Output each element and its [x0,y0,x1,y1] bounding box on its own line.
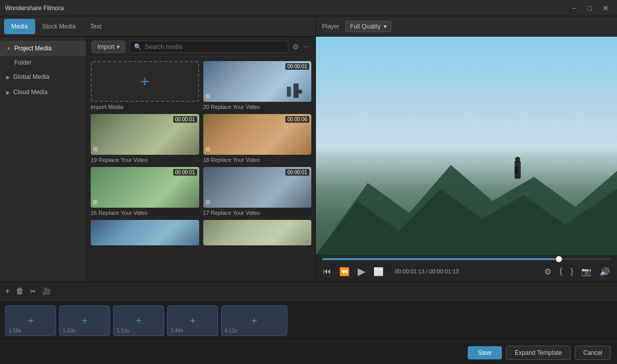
import-chevron-icon: ▾ [117,43,120,50]
quality-label: Full Quality [350,23,381,30]
add-clip-icon-3: + [136,315,142,327]
filter-icon[interactable]: ⚙ [292,43,299,51]
video-icon: ⊞ [205,146,210,153]
timeline-tracks: + 1.56s + 1.60s + 1.52s + 1.44s + 6.12s [0,300,617,341]
controls-row: ⏮ ⏪ ▶ ⬜ 00:00:01:13 / 00:00:01:13 ⚙ { [322,264,611,278]
list-item[interactable]: 00:00:01 ⊞ 16 Replace Your Video [91,167,199,216]
media-label-19: 19 Replace Your Video [91,157,199,163]
save-button[interactable]: Save [468,346,502,359]
list-item[interactable]: 00:00:01 ⊞ 20 Replace Your Video [203,61,312,110]
search-icon: 🔍 [134,43,142,50]
video-thumbnail-19: 00:00:01 ⊞ [91,114,199,155]
list-item[interactable]: 00:00:01 ⊞ 19 Replace Your Video [91,114,199,163]
player-header: Player Full Quality ▾ [316,16,617,37]
import-button[interactable]: Import ▾ [92,41,125,53]
clip-duration-3: 1.52s [117,328,129,333]
list-item[interactable]: 00:00:06 ⊞ 18 Replace Your Video [203,114,312,163]
add-track-button[interactable]: + [4,286,11,297]
snapshot-button[interactable]: 📷 [580,266,593,277]
right-panel: Player Full Quality ▾ [316,16,617,282]
video-thumbnail-15 [91,220,199,245]
video-icon: ⊞ [205,199,210,206]
tab-text[interactable]: Text [83,19,109,34]
video-thumbnail-14 [203,220,312,245]
video-icon: ⊞ [205,93,210,100]
add-icon: + [140,72,150,91]
search-input[interactable] [145,43,284,50]
quality-dropdown[interactable]: Full Quality ▾ [345,21,391,32]
crop-button[interactable]: ✂ [29,286,37,296]
cancel-button[interactable]: Cancel [575,346,611,360]
app-title: Wondershare Filmora [5,5,64,12]
track-clip-1[interactable]: + 1.56s [5,305,56,336]
clip-duration-1: 1.56s [9,328,21,333]
expand-template-button[interactable]: Expand Template [506,346,571,360]
bottom-section: + 🗑 ✂ 🎥 + 1.56s + 1.60s + 1.52s + 1.44s [0,282,617,364]
titlebar: Wondershare Filmora − □ ✕ [0,0,617,16]
clip-duration-5: 6.12s [225,328,237,333]
quality-chevron-icon: ▾ [384,23,387,30]
delete-button[interactable]: 🗑 [15,286,25,297]
total-time: 00:00:01:13 [429,268,459,274]
tab-media[interactable]: Media [4,19,35,34]
clip-duration-2: 1.60s [63,328,75,333]
backpack-detail [515,166,518,174]
duration-badge: 00:00:01 [285,63,309,70]
clip-duration-4: 1.44s [171,328,183,333]
media-label-17: 17 Replace Your Video [203,210,312,216]
mark-in-button[interactable]: { [558,266,563,277]
frame-button[interactable]: ⬜ [372,266,385,277]
list-item[interactable]: 00:00:01 ⊞ 17 Replace Your Video [203,167,312,216]
video-thumbnail-17: 00:00:01 ⊞ [203,167,312,208]
video-icon: ⊞ [93,146,98,153]
step-back-button[interactable]: ⏪ [338,266,351,277]
add-clip-icon-5: + [251,315,257,327]
sidebar-item-global-media[interactable]: ▶ Global Media [0,69,86,85]
top-section: Media Stock Media Text ▼ Project Media F… [0,16,617,282]
maximize-button[interactable]: □ [584,3,595,13]
track-clip-3[interactable]: + 1.52s [113,305,164,336]
arrow-icon: ▼ [6,46,11,51]
tab-stock-media[interactable]: Stock Media [35,19,83,34]
more-options-icon[interactable]: ⋯ [303,43,310,51]
video-thumbnail-20: 00:00:01 ⊞ [203,61,312,102]
tab-bar: Media Stock Media Text [0,16,315,37]
arrow-icon-cloud: ▶ [6,90,10,95]
controls-right: ⚙ { } 📷 🔊 [543,266,611,277]
player-controls: ⏮ ⏪ ▶ ⬜ 00:00:01:13 / 00:00:01:13 ⚙ { [316,255,617,282]
current-time: 00:00:01:13 [395,268,424,274]
mark-out-button[interactable]: } [570,266,574,277]
sidebar-item-folder[interactable]: Folder [0,56,86,69]
list-item[interactable] [91,220,199,245]
sidebar-item-cloud-media[interactable]: ▶ Cloud Media [0,85,86,100]
left-panel: Media Stock Media Text ▼ Project Media F… [0,16,316,282]
duration-badge: 00:00:01 [285,169,309,176]
sidebar-item-project-media[interactable]: ▼ Project Media [0,41,86,56]
media-label-20: 20 Replace Your Video [203,104,312,110]
list-item[interactable]: + Import Media [91,61,199,110]
play-button[interactable]: ▶ [357,264,366,278]
media-content: Import ▾ 🔍 ⚙ ⋯ [87,37,315,282]
sidebar-cloud-media-label: Cloud Media [13,89,47,96]
progress-bar[interactable] [322,258,611,260]
volume-button[interactable]: 🔊 [599,266,611,277]
progress-handle[interactable] [556,256,562,262]
duration-badge: 00:00:01 [173,169,197,176]
settings-button[interactable]: ⚙ [543,266,552,277]
track-clip-5[interactable]: + 6.12s [221,305,287,336]
add-clip-icon-4: + [190,315,196,327]
list-item[interactable] [203,220,312,245]
close-button[interactable]: ✕ [600,3,612,13]
rewind-button[interactable]: ⏮ [322,266,332,277]
controls-left: ⏮ ⏪ ▶ ⬜ 00:00:01:13 / 00:00:01:13 [322,264,463,278]
video-thumbnail-16: 00:00:01 ⊞ [91,167,199,208]
track-clip-4[interactable]: + 1.44s [167,305,218,336]
import-media-thumbnail[interactable]: + [91,61,199,102]
track-clip-2[interactable]: + 1.60s [59,305,110,336]
mountain-svg [316,135,617,255]
minimize-button[interactable]: − [569,3,579,13]
arrow-icon-global: ▶ [6,74,10,80]
zoom-button[interactable]: 🎥 [41,286,52,296]
video-preview [316,37,617,255]
sidebar-project-media-label: Project Media [14,45,51,52]
